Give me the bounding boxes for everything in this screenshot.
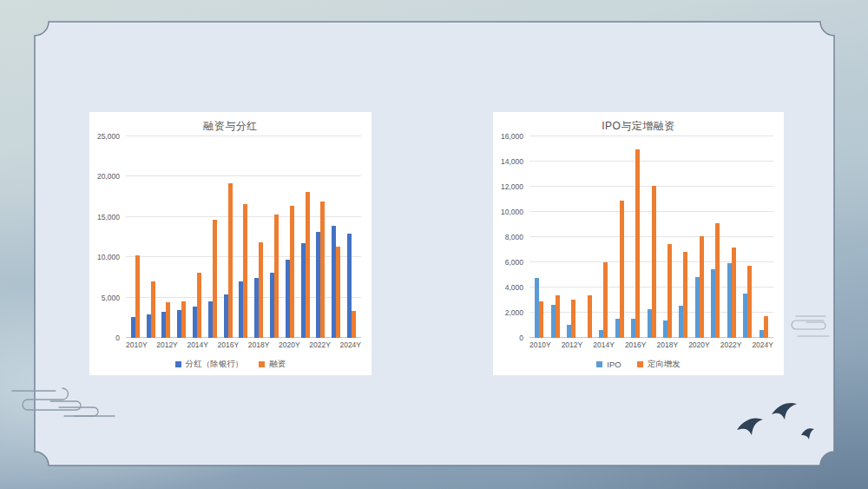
bar-group-2022Y	[724, 136, 740, 338]
cloud-ornament-icon	[784, 314, 836, 347]
bar	[306, 192, 310, 338]
bar-group-2016Y	[628, 136, 643, 338]
y-tick-label: 0	[519, 334, 523, 342]
bar	[320, 202, 325, 338]
chart-title: 融资与分红	[89, 112, 372, 136]
x-tick-label: 2020Y	[279, 340, 300, 349]
x-tick-label: 2018Y	[248, 340, 270, 349]
x-tick-label: 2016Y	[625, 340, 647, 349]
bar	[556, 295, 560, 338]
bar-group-2011Y	[547, 136, 562, 338]
legend-item: IPO	[596, 360, 621, 369]
x-tick-label: 2022Y	[720, 340, 742, 349]
bar	[620, 201, 624, 338]
bar-group-2020Y	[282, 136, 298, 338]
bar-group-2021Y	[298, 136, 313, 338]
x-tick-label: 2012Y	[156, 340, 178, 349]
cloud-ornament-icon	[7, 386, 122, 422]
x-tick-label: 2020Y	[688, 340, 710, 349]
legend-swatch	[259, 361, 265, 367]
bars-row	[529, 136, 773, 338]
bar-group-2022Y	[313, 136, 329, 338]
bar-group-2016Y	[220, 136, 236, 338]
legend-label: 定向增发	[648, 359, 681, 370]
bird-icon	[801, 428, 814, 439]
y-tick-label: 10,000	[501, 208, 523, 216]
bar-group-2012Y	[159, 136, 174, 338]
chart-body: 02,0004,0006,0008,00010,00012,00014,0001…	[493, 136, 773, 338]
x-tick-label: 2014Y	[593, 340, 615, 349]
bar	[197, 273, 201, 338]
bar-group-2018Y	[660, 136, 675, 338]
bar	[135, 255, 140, 338]
legend-swatch	[637, 361, 643, 367]
y-tick-label: 8,000	[505, 233, 523, 241]
bar-group-2017Y	[643, 136, 659, 338]
y-tick-label: 0	[115, 334, 120, 342]
legend-item: 定向增发	[637, 359, 681, 370]
bar	[274, 215, 279, 338]
y-tick-label: 16,000	[501, 132, 523, 141]
x-axis: 2010Y2012Y2014Y2016Y2018Y2020Y2022Y2024Y	[126, 338, 361, 354]
bar	[151, 281, 155, 338]
bar-group-2023Y	[740, 136, 755, 338]
chart-title: IPO与定增融资	[493, 112, 784, 136]
bar	[603, 262, 608, 338]
x-tick-label: 2014Y	[187, 340, 208, 349]
legend-item: 融资	[259, 359, 286, 370]
bar	[243, 204, 247, 338]
bar	[571, 300, 575, 338]
bar	[764, 316, 768, 338]
bar	[259, 242, 263, 338]
y-axis: 05,00010,00015,00020,00025,000	[89, 136, 126, 338]
plot-area	[529, 136, 773, 338]
bar-group-2014Y	[595, 136, 611, 338]
bar	[213, 220, 217, 338]
x-tick-label: 2012Y	[562, 340, 583, 349]
bar	[352, 311, 356, 338]
chart-financing-dividends[interactable]: 融资与分红 05,00010,00015,00020,00025,000 201…	[89, 112, 372, 375]
y-axis: 02,0004,0006,0008,00010,00012,00014,0001…	[493, 136, 529, 338]
legend-swatch	[596, 361, 602, 367]
y-tick-label: 20,000	[97, 172, 120, 181]
bar	[652, 186, 656, 338]
bar	[290, 206, 294, 338]
bar-group-2024Y	[756, 136, 772, 338]
bar	[539, 301, 543, 338]
chart-body: 05,00010,00015,00020,00025,000	[89, 136, 361, 338]
bar	[700, 236, 704, 338]
bar	[588, 295, 592, 338]
bar	[715, 223, 720, 338]
plot-area	[126, 136, 361, 338]
x-tick-label: 2016Y	[218, 340, 240, 349]
bar-group-2012Y	[563, 136, 579, 338]
bar	[181, 301, 186, 338]
presentation-slide: 融资与分红 05,00010,00015,00020,00025,000 201…	[0, 0, 868, 489]
bar-group-2017Y	[236, 136, 252, 338]
bar	[336, 247, 340, 338]
y-tick-label: 5,000	[102, 294, 120, 302]
bars-row	[126, 136, 361, 338]
x-tick-label: 2024Y	[752, 340, 773, 349]
y-tick-label: 6,000	[505, 258, 523, 267]
bird-icon	[772, 403, 797, 420]
bird-icon	[737, 419, 763, 436]
y-tick-label: 10,000	[97, 253, 120, 261]
bar-group-2013Y	[174, 136, 189, 338]
bar	[166, 302, 170, 338]
bar-group-2023Y	[328, 136, 344, 338]
legend-item: 分红（除银行）	[175, 359, 244, 370]
x-tick-label: 2010Y	[126, 340, 148, 349]
y-tick-label: 12,000	[501, 182, 523, 191]
bar-group-2013Y	[579, 136, 595, 338]
y-tick-label: 15,000	[97, 213, 120, 221]
x-tick-label: 2010Y	[529, 340, 551, 349]
bar	[747, 266, 752, 338]
y-tick-label: 14,000	[501, 157, 523, 166]
bar-group-2021Y	[707, 136, 723, 338]
chart-ipo-private-placement[interactable]: IPO与定增融资 02,0004,0006,0008,00010,00012,0…	[493, 112, 784, 375]
bar-group-2014Y	[189, 136, 205, 338]
legend-label: IPO	[607, 360, 621, 369]
legend-label: 分红（除银行）	[186, 359, 244, 370]
legend-swatch	[175, 361, 181, 367]
